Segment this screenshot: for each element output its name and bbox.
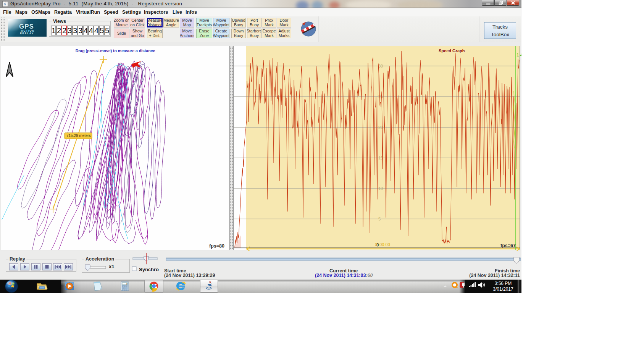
- svg-text:Drag (press+move) to measure a: Drag (press+move) to measure a distance: [76, 48, 155, 53]
- svg-text:8: 8: [126, 283, 128, 285]
- svg-text:1 4: 1 4: [516, 53, 521, 57]
- svg-text:10: 10: [378, 186, 383, 191]
- svg-text:30: 30: [378, 64, 383, 68]
- svg-text:fps=67: fps=67: [500, 243, 516, 248]
- svg-text:25: 25: [378, 94, 383, 99]
- svg-text:715.29 meters: 715.29 meters: [66, 134, 91, 138]
- svg-text:fps=80: fps=80: [209, 243, 224, 249]
- svg-text:5: 5: [378, 217, 381, 221]
- svg-text:0: 0: [376, 243, 379, 247]
- svg-text:Speed Graph: Speed Graph: [439, 48, 465, 53]
